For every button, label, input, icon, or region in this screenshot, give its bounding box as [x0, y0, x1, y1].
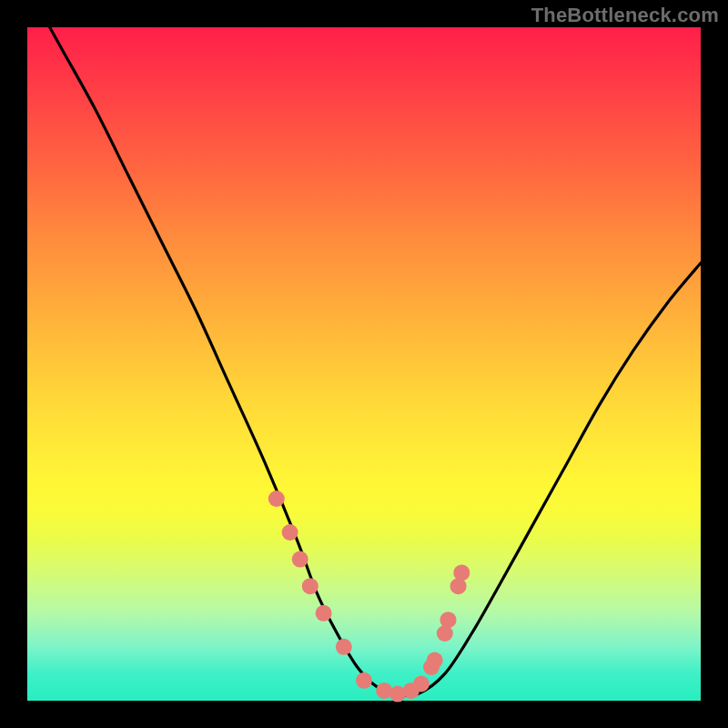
marker-dot [292, 551, 308, 568]
chart-frame: TheBottleneck.com [0, 0, 728, 728]
marker-dot [316, 605, 332, 622]
marker-dot [282, 524, 298, 541]
watermark-text: TheBottleneck.com [531, 4, 719, 27]
marker-dot [336, 639, 352, 655]
marker-dot [440, 612, 457, 628]
bottleneck-curve-path [27, 0, 701, 696]
marker-dot [302, 578, 318, 594]
marker-dot [453, 564, 470, 581]
marker-dots [268, 490, 470, 703]
marker-dot [413, 676, 430, 693]
plot-area [27, 27, 701, 701]
curve-line [27, 0, 701, 696]
marker-dot [356, 672, 372, 689]
marker-dot [427, 652, 443, 669]
chart-svg [27, 27, 701, 701]
marker-dot [268, 490, 285, 507]
